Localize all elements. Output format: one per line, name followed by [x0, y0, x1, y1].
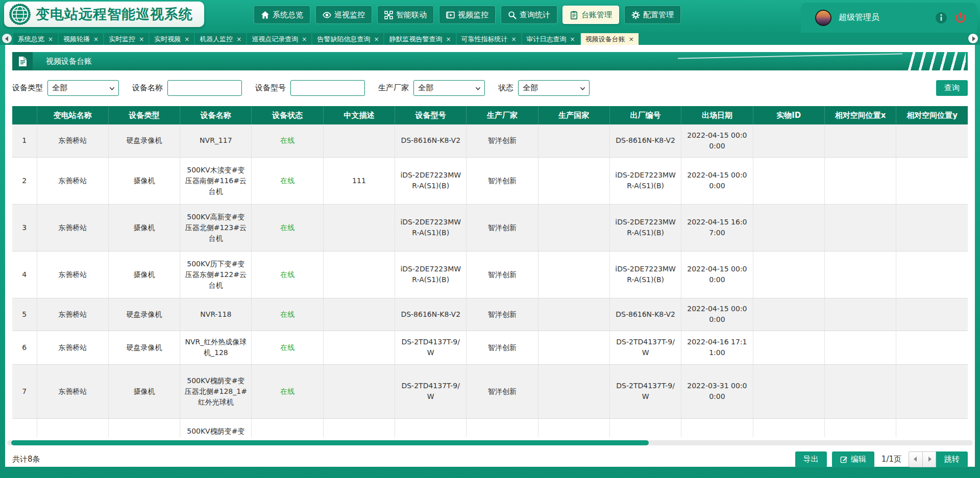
table-cell: iDS-2DE7223MWR-A(S1)(B): [395, 251, 467, 298]
status-select[interactable]: 全部: [518, 80, 590, 96]
table-cell: 2022-04-15 00:00:00: [681, 157, 753, 204]
column-header: 相对空间位置x: [824, 106, 896, 124]
close-icon[interactable]: ×: [184, 36, 189, 42]
table-cell: 智洋创新: [467, 124, 538, 157]
device-name-input[interactable]: [167, 80, 242, 96]
table-cell: 摄像机: [108, 157, 180, 204]
export-button[interactable]: 导出: [795, 451, 827, 467]
table-cell: NVR_红外热成像球机_128: [180, 331, 252, 364]
column-header: 设备名称: [180, 106, 252, 124]
next-page-button[interactable]: [922, 451, 936, 467]
row-number-cell: 1: [12, 124, 37, 157]
column-header: 中文描述: [323, 106, 395, 124]
close-icon[interactable]: ×: [446, 36, 451, 42]
nav-button-6[interactable]: 台账管理: [562, 6, 619, 24]
close-icon[interactable]: ×: [236, 36, 241, 42]
table-cell: DS-8616N-K8-V2: [609, 298, 681, 331]
table-cell: NVR-118: [180, 298, 252, 331]
table-cell: DS-8616N-K8-V2: [609, 124, 681, 157]
column-header: 设备型号: [395, 106, 467, 124]
table-cell: [323, 331, 395, 364]
table-cell: DS-2TD4137T-9/W: [395, 364, 467, 418]
table-row[interactable]: 1东善桥站硬盘录像机NVR_117在线DS-8616N-K8-V2智洋创新DS-…: [12, 124, 968, 157]
tab-11[interactable]: 视频设备台账×: [581, 33, 639, 45]
tab-1[interactable]: 系统总览×: [13, 33, 58, 45]
search-button[interactable]: 查询: [936, 80, 968, 96]
manufacturer-label: 生产厂家: [378, 83, 409, 93]
nav-button-4[interactable]: 视频监控: [439, 6, 496, 24]
horizontal-scrollbar-thumb[interactable]: [11, 440, 649, 445]
close-icon[interactable]: ×: [570, 36, 575, 42]
table-row[interactable]: 2东善桥站摄像机500KV木渎变#变压器南侧#116#云台机在线111iDS-2…: [12, 157, 968, 204]
device-type-select[interactable]: 全部: [47, 80, 119, 96]
user-name: 超级管理员: [839, 12, 879, 23]
device-model-input[interactable]: [290, 80, 365, 96]
table-cell: 2022-04-16 17:11:00: [681, 331, 753, 364]
table-header-row: 变电站名称设备类型设备名称设备状态中文描述设备型号生产厂家生产国家出厂编号出场日…: [12, 106, 968, 124]
table-row[interactable]: 4东善桥站摄像机500KV历下变#变压器东侧#122#云台机在线iDS-2DE7…: [12, 251, 968, 298]
table-row[interactable]: 3东善桥站摄像机500KV高新变#变压器北侧#123#云台机在线iDS-2DE7…: [12, 204, 968, 251]
nav-button-7[interactable]: 配置管理: [624, 6, 681, 24]
table-cell: DS-8616N-K8-V2: [395, 298, 467, 331]
tab-7[interactable]: 告警缺陷信息查询×: [312, 33, 383, 45]
horizontal-scrollbar: [7, 440, 973, 445]
close-icon[interactable]: ×: [48, 36, 53, 42]
prev-page-button[interactable]: [909, 451, 922, 467]
table-row[interactable]: 6东善桥站硬盘录像机NVR_红外热成像球机_128在线DS-2TD4137T-9…: [12, 331, 968, 364]
manufacturer-select[interactable]: 全部: [413, 80, 485, 96]
table-cell: [753, 364, 824, 418]
table-row[interactable]: 500KV槐荫变#变: [12, 418, 968, 437]
content-panel: 视频设备台账 设备类型 全部 设备名称 设备型号 生产厂家 全部 状态 全部 查…: [5, 45, 975, 467]
table-cell: iDS-2DE7223MWR-A(S1)(B): [609, 204, 681, 251]
tab-2[interactable]: 视频轮播×: [59, 33, 103, 45]
info-icon[interactable]: [935, 12, 947, 24]
tabs-scroll-right-icon[interactable]: [968, 34, 978, 43]
nav-button-2[interactable]: 巡视监控: [315, 6, 372, 24]
table-cell: [824, 418, 896, 437]
table-row[interactable]: 5东善桥站硬盘录像机NVR-118在线DS-8616N-K8-V2智洋创新DS-…: [12, 298, 968, 331]
tab-5[interactable]: 机器人监控×: [195, 33, 246, 45]
table-cell: [753, 251, 824, 298]
table-row[interactable]: 7东善桥站摄像机500KV槐荫变#变压器北侧#128_1#红外光球机在线DS-2…: [12, 364, 968, 418]
device-type-label: 设备类型: [12, 83, 43, 93]
column-header: 变电站名称: [37, 106, 108, 124]
jump-button[interactable]: 跳转: [936, 451, 968, 467]
main-nav: 系统总览巡视监控智能联动视频监控查询统计台账管理配置管理: [254, 6, 681, 24]
tab-4[interactable]: 实时视频×: [150, 33, 194, 45]
table-cell: 500KV槐荫变#变: [180, 418, 252, 437]
row-number-cell: 7: [12, 364, 37, 418]
table-cell: 东善桥站: [37, 204, 108, 251]
total-count: 共计8条: [12, 455, 40, 464]
close-icon[interactable]: ×: [302, 36, 307, 42]
filter-bar: 设备类型 全部 设备名称 设备型号 生产厂家 全部 状态 全部 查询: [12, 80, 968, 96]
table-cell: 500KV木渎变#变压器南侧#116#云台机: [180, 157, 252, 204]
close-icon[interactable]: ×: [511, 36, 517, 42]
row-number-cell: 2: [12, 157, 37, 204]
nav-button-3[interactable]: 智能联动: [377, 6, 434, 24]
avatar[interactable]: [815, 10, 831, 26]
row-number-cell: [12, 418, 37, 437]
power-icon[interactable]: [954, 12, 967, 24]
tab-10[interactable]: 审计日志查询×: [522, 33, 580, 45]
table-cell: [252, 418, 323, 437]
nav-button-1[interactable]: 系统总览: [254, 6, 310, 24]
chevron-down-icon: [475, 86, 481, 91]
tabs-scroll-left-icon[interactable]: [2, 34, 12, 43]
close-icon[interactable]: ×: [93, 36, 99, 42]
tab-6[interactable]: 巡视点记录查询×: [247, 33, 311, 45]
table-cell: [753, 157, 824, 204]
tab-9[interactable]: 可靠性指标统计×: [457, 33, 521, 45]
device-model-label: 设备型号: [255, 83, 286, 93]
titlebar-decor-stripes: [905, 52, 966, 70]
ledger-icon: [570, 11, 578, 19]
close-icon[interactable]: ×: [629, 36, 634, 42]
table-cell: 智洋创新: [467, 204, 538, 251]
tab-8[interactable]: 静默监视告警查询×: [384, 33, 455, 45]
app-title: 变电站远程智能巡视系统: [36, 5, 193, 23]
table-cell: 111: [323, 157, 395, 204]
tab-3[interactable]: 实时监控×: [104, 33, 149, 45]
edit-button[interactable]: 编辑: [832, 451, 874, 467]
nav-button-5[interactable]: 查询统计: [501, 6, 557, 24]
close-icon[interactable]: ×: [374, 36, 379, 42]
close-icon[interactable]: ×: [139, 36, 144, 42]
